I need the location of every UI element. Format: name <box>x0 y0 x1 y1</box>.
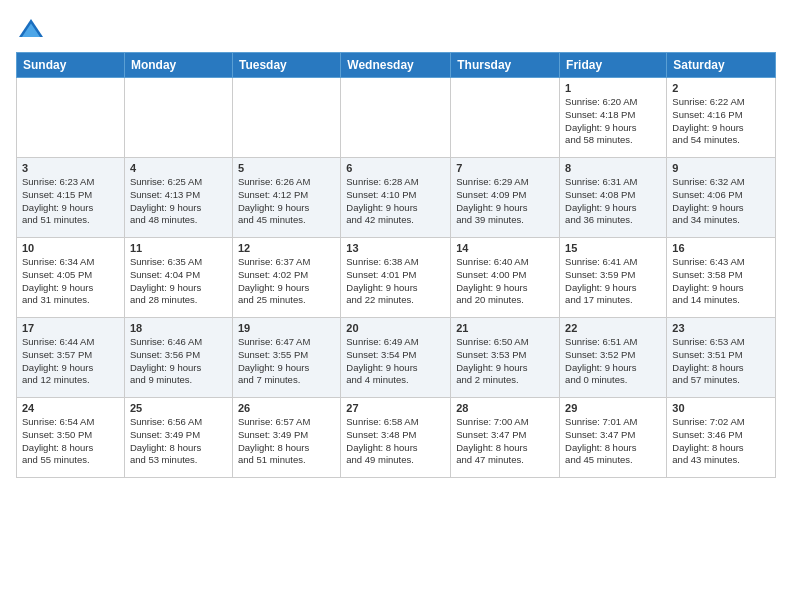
weekday-header-row: SundayMondayTuesdayWednesdayThursdayFrid… <box>17 53 776 78</box>
day-info: Sunrise: 6:46 AM Sunset: 3:56 PM Dayligh… <box>130 336 227 387</box>
calendar-cell: 30Sunrise: 7:02 AM Sunset: 3:46 PM Dayli… <box>667 398 776 478</box>
day-number: 21 <box>456 322 554 334</box>
calendar-cell: 24Sunrise: 6:54 AM Sunset: 3:50 PM Dayli… <box>17 398 125 478</box>
calendar-cell: 3Sunrise: 6:23 AM Sunset: 4:15 PM Daylig… <box>17 158 125 238</box>
day-info: Sunrise: 7:00 AM Sunset: 3:47 PM Dayligh… <box>456 416 554 467</box>
weekday-header-wednesday: Wednesday <box>341 53 451 78</box>
header <box>16 12 776 46</box>
calendar-cell: 14Sunrise: 6:40 AM Sunset: 4:00 PM Dayli… <box>451 238 560 318</box>
calendar-week-row: 10Sunrise: 6:34 AM Sunset: 4:05 PM Dayli… <box>17 238 776 318</box>
calendar-cell: 12Sunrise: 6:37 AM Sunset: 4:02 PM Dayli… <box>232 238 340 318</box>
calendar-cell: 27Sunrise: 6:58 AM Sunset: 3:48 PM Dayli… <box>341 398 451 478</box>
day-info: Sunrise: 6:44 AM Sunset: 3:57 PM Dayligh… <box>22 336 119 387</box>
day-number: 2 <box>672 82 770 94</box>
day-number: 15 <box>565 242 661 254</box>
calendar-table: SundayMondayTuesdayWednesdayThursdayFrid… <box>16 52 776 478</box>
calendar-cell: 16Sunrise: 6:43 AM Sunset: 3:58 PM Dayli… <box>667 238 776 318</box>
day-number: 22 <box>565 322 661 334</box>
day-info: Sunrise: 6:57 AM Sunset: 3:49 PM Dayligh… <box>238 416 335 467</box>
weekday-header-sunday: Sunday <box>17 53 125 78</box>
calendar-cell <box>341 78 451 158</box>
day-info: Sunrise: 6:32 AM Sunset: 4:06 PM Dayligh… <box>672 176 770 227</box>
day-info: Sunrise: 6:49 AM Sunset: 3:54 PM Dayligh… <box>346 336 445 387</box>
calendar-week-row: 24Sunrise: 6:54 AM Sunset: 3:50 PM Dayli… <box>17 398 776 478</box>
day-info: Sunrise: 6:26 AM Sunset: 4:12 PM Dayligh… <box>238 176 335 227</box>
day-number: 14 <box>456 242 554 254</box>
calendar-cell: 11Sunrise: 6:35 AM Sunset: 4:04 PM Dayli… <box>124 238 232 318</box>
calendar-cell: 19Sunrise: 6:47 AM Sunset: 3:55 PM Dayli… <box>232 318 340 398</box>
day-number: 19 <box>238 322 335 334</box>
day-info: Sunrise: 6:28 AM Sunset: 4:10 PM Dayligh… <box>346 176 445 227</box>
day-number: 26 <box>238 402 335 414</box>
calendar-cell: 25Sunrise: 6:56 AM Sunset: 3:49 PM Dayli… <box>124 398 232 478</box>
day-number: 6 <box>346 162 445 174</box>
day-info: Sunrise: 6:35 AM Sunset: 4:04 PM Dayligh… <box>130 256 227 307</box>
day-info: Sunrise: 6:31 AM Sunset: 4:08 PM Dayligh… <box>565 176 661 227</box>
day-number: 5 <box>238 162 335 174</box>
day-number: 1 <box>565 82 661 94</box>
calendar-cell: 1Sunrise: 6:20 AM Sunset: 4:18 PM Daylig… <box>560 78 667 158</box>
weekday-header-thursday: Thursday <box>451 53 560 78</box>
day-info: Sunrise: 7:01 AM Sunset: 3:47 PM Dayligh… <box>565 416 661 467</box>
page-container: SundayMondayTuesdayWednesdayThursdayFrid… <box>0 0 792 486</box>
day-number: 8 <box>565 162 661 174</box>
day-number: 18 <box>130 322 227 334</box>
calendar-cell: 4Sunrise: 6:25 AM Sunset: 4:13 PM Daylig… <box>124 158 232 238</box>
day-info: Sunrise: 6:23 AM Sunset: 4:15 PM Dayligh… <box>22 176 119 227</box>
day-info: Sunrise: 6:43 AM Sunset: 3:58 PM Dayligh… <box>672 256 770 307</box>
calendar-cell: 2Sunrise: 6:22 AM Sunset: 4:16 PM Daylig… <box>667 78 776 158</box>
calendar-cell: 15Sunrise: 6:41 AM Sunset: 3:59 PM Dayli… <box>560 238 667 318</box>
weekday-header-friday: Friday <box>560 53 667 78</box>
calendar-cell: 5Sunrise: 6:26 AM Sunset: 4:12 PM Daylig… <box>232 158 340 238</box>
calendar-cell <box>451 78 560 158</box>
day-number: 20 <box>346 322 445 334</box>
day-number: 23 <box>672 322 770 334</box>
day-number: 9 <box>672 162 770 174</box>
day-number: 25 <box>130 402 227 414</box>
calendar-cell: 9Sunrise: 6:32 AM Sunset: 4:06 PM Daylig… <box>667 158 776 238</box>
calendar-cell: 21Sunrise: 6:50 AM Sunset: 3:53 PM Dayli… <box>451 318 560 398</box>
day-number: 17 <box>22 322 119 334</box>
calendar-cell: 22Sunrise: 6:51 AM Sunset: 3:52 PM Dayli… <box>560 318 667 398</box>
weekday-header-tuesday: Tuesday <box>232 53 340 78</box>
day-number: 30 <box>672 402 770 414</box>
calendar-cell <box>17 78 125 158</box>
calendar-cell: 20Sunrise: 6:49 AM Sunset: 3:54 PM Dayli… <box>341 318 451 398</box>
day-number: 29 <box>565 402 661 414</box>
day-number: 3 <box>22 162 119 174</box>
calendar-cell <box>232 78 340 158</box>
day-info: Sunrise: 6:37 AM Sunset: 4:02 PM Dayligh… <box>238 256 335 307</box>
day-info: Sunrise: 6:50 AM Sunset: 3:53 PM Dayligh… <box>456 336 554 387</box>
day-info: Sunrise: 7:02 AM Sunset: 3:46 PM Dayligh… <box>672 416 770 467</box>
day-number: 13 <box>346 242 445 254</box>
day-number: 24 <box>22 402 119 414</box>
day-info: Sunrise: 6:29 AM Sunset: 4:09 PM Dayligh… <box>456 176 554 227</box>
day-info: Sunrise: 6:58 AM Sunset: 3:48 PM Dayligh… <box>346 416 445 467</box>
day-number: 11 <box>130 242 227 254</box>
calendar-cell: 23Sunrise: 6:53 AM Sunset: 3:51 PM Dayli… <box>667 318 776 398</box>
weekday-header-saturday: Saturday <box>667 53 776 78</box>
day-info: Sunrise: 6:22 AM Sunset: 4:16 PM Dayligh… <box>672 96 770 147</box>
day-number: 4 <box>130 162 227 174</box>
day-info: Sunrise: 6:54 AM Sunset: 3:50 PM Dayligh… <box>22 416 119 467</box>
calendar-cell: 7Sunrise: 6:29 AM Sunset: 4:09 PM Daylig… <box>451 158 560 238</box>
weekday-header-monday: Monday <box>124 53 232 78</box>
day-number: 10 <box>22 242 119 254</box>
day-info: Sunrise: 6:41 AM Sunset: 3:59 PM Dayligh… <box>565 256 661 307</box>
calendar-week-row: 1Sunrise: 6:20 AM Sunset: 4:18 PM Daylig… <box>17 78 776 158</box>
day-info: Sunrise: 6:38 AM Sunset: 4:01 PM Dayligh… <box>346 256 445 307</box>
day-number: 7 <box>456 162 554 174</box>
calendar-cell: 10Sunrise: 6:34 AM Sunset: 4:05 PM Dayli… <box>17 238 125 318</box>
day-info: Sunrise: 6:40 AM Sunset: 4:00 PM Dayligh… <box>456 256 554 307</box>
calendar-cell <box>124 78 232 158</box>
calendar-cell: 8Sunrise: 6:31 AM Sunset: 4:08 PM Daylig… <box>560 158 667 238</box>
calendar-cell: 28Sunrise: 7:00 AM Sunset: 3:47 PM Dayli… <box>451 398 560 478</box>
logo-icon <box>16 16 46 46</box>
day-number: 28 <box>456 402 554 414</box>
calendar-cell: 26Sunrise: 6:57 AM Sunset: 3:49 PM Dayli… <box>232 398 340 478</box>
calendar-cell: 6Sunrise: 6:28 AM Sunset: 4:10 PM Daylig… <box>341 158 451 238</box>
day-number: 16 <box>672 242 770 254</box>
day-number: 27 <box>346 402 445 414</box>
calendar-cell: 18Sunrise: 6:46 AM Sunset: 3:56 PM Dayli… <box>124 318 232 398</box>
logo <box>16 16 50 46</box>
